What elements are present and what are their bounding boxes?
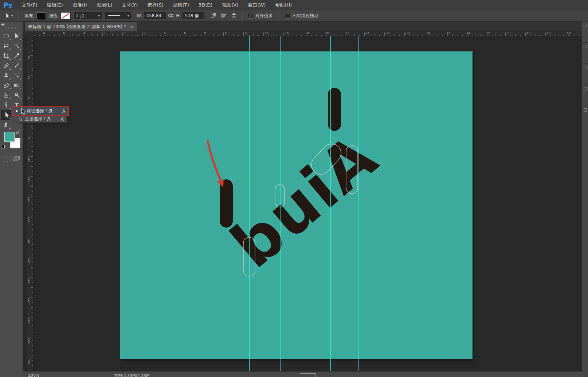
flyout-corner-icon <box>9 88 11 89</box>
quick-mask-button[interactable] <box>3 156 11 162</box>
collapsed-panel-button[interactable] <box>582 43 588 64</box>
align-edges-checkbox[interactable]: ✓ <box>248 13 253 19</box>
flyout-corner-icon <box>9 68 11 70</box>
path-alignment-button[interactable] <box>220 12 228 20</box>
close-tab-icon[interactable]: × <box>130 24 134 30</box>
panel-grip[interactable] <box>5 27 17 29</box>
path-selection-tool[interactable] <box>1 110 11 120</box>
path-selection-icon <box>4 12 10 19</box>
mouse-cursor <box>21 108 26 115</box>
dodge-tool[interactable] <box>11 90 22 100</box>
ruler-corner[interactable] <box>23 31 34 36</box>
menu-item[interactable]: 编辑(E) <box>42 0 68 10</box>
separator <box>279 12 280 20</box>
clone-stamp-tool[interactable] <box>1 70 11 80</box>
stroke-style-dropdown[interactable]: ▾ <box>105 12 131 19</box>
collapsed-panel-button[interactable] <box>582 85 588 106</box>
flyout-item-direct-selection[interactable]: 直接选择工具 A <box>17 116 67 123</box>
flyout-corner-icon <box>9 58 11 60</box>
default-colors-icon[interactable] <box>1 145 6 149</box>
pen-tool[interactable] <box>1 100 11 110</box>
horizontal-ruler[interactable]: 8642024681012141618202224262830323436384… <box>34 31 582 36</box>
height-input[interactable]: 538 像 <box>183 12 204 19</box>
tab-bar: 未标题-1 @ 100% (圆角矩形 2 副本 3, RGB/8) * × <box>23 22 582 31</box>
fill-label: 填充: <box>24 13 35 19</box>
stroke-label: 描边: <box>49 13 59 19</box>
flyout-corner-icon <box>9 48 11 50</box>
canvas-viewport[interactable]: buiA <box>34 36 582 371</box>
document-tab[interactable]: 未标题-1 @ 100% (圆角矩形 2 副本 3, RGB/8) * × <box>24 22 137 31</box>
stroke-width-dropdown[interactable]: 3 点 ▾ <box>74 12 102 19</box>
constrain-path-drag-label: 约束路径拖动 <box>292 13 318 19</box>
hand-tool[interactable] <box>1 120 11 129</box>
menu-item[interactable]: 图层(L) <box>92 0 117 10</box>
vertical-guide[interactable] <box>218 36 218 371</box>
menu-item[interactable]: 文件(F) <box>17 0 42 10</box>
document-size-info: 文档:2.33M/2.33M <box>114 373 149 377</box>
link-dimensions-icon[interactable] <box>167 12 175 20</box>
flyout-corner-icon <box>9 117 11 119</box>
color-swatches: ⇄ <box>0 131 23 153</box>
stroke-width-value: 3 点 <box>76 13 84 19</box>
constrain-path-drag-checkbox[interactable] <box>285 13 290 19</box>
chevron-down-icon: ▾ <box>128 14 129 18</box>
gradient-tool[interactable] <box>11 80 22 90</box>
collapsed-panel-button[interactable] <box>582 64 588 85</box>
history-brush-tool[interactable] <box>11 70 22 80</box>
height-label: H: <box>176 13 181 18</box>
magic-wand-tool[interactable] <box>11 41 22 51</box>
foreground-color-swatch[interactable] <box>4 132 15 142</box>
stroke-swatch[interactable] <box>61 12 70 19</box>
menu-item[interactable]: 图像(I) <box>68 0 92 10</box>
path-arrangement-button[interactable] <box>230 12 238 20</box>
fill-swatch[interactable] <box>36 12 46 19</box>
tools-panel: ◀◀ T ⇄ <box>0 22 23 377</box>
flyout-corner-icon <box>20 48 21 50</box>
brush-tool[interactable] <box>11 61 22 70</box>
flyout-corner-icon <box>20 58 21 60</box>
path-operations-button[interactable] <box>209 12 217 20</box>
collapse-panel-button[interactable]: ◀◀ <box>0 22 13 26</box>
menu-item[interactable]: 视图(V) <box>217 0 243 10</box>
vertical-guide[interactable] <box>281 36 281 371</box>
vertical-guide[interactable] <box>249 36 250 371</box>
vertical-ruler[interactable]: 024681 01 21 41 61 82 02 22 42 62 83 0 <box>27 36 34 371</box>
lasso-tool[interactable] <box>1 41 11 51</box>
document-tab-title: 未标题-1 @ 100% (圆角矩形 2 副本 3, RGB/8) * <box>28 24 126 30</box>
menu-item[interactable]: 选择(S) <box>142 0 168 10</box>
active-tool-bullet <box>16 110 17 112</box>
tool-preset-picker[interactable]: ▾ <box>0 12 15 19</box>
collapsed-panel-button[interactable] <box>582 106 588 127</box>
menu-item[interactable]: 帮助(H) <box>270 0 297 10</box>
flyout-corner-icon <box>20 39 21 40</box>
width-input[interactable]: 458.84 <box>144 12 166 19</box>
flyout-corner-icon <box>20 98 21 99</box>
vertical-guide[interactable] <box>330 36 331 371</box>
separator <box>242 12 243 20</box>
move-tool[interactable] <box>11 31 22 41</box>
eyedropper-tool[interactable] <box>11 51 22 61</box>
flyout-item-label: 路径选择工具 <box>27 108 53 114</box>
menu-item[interactable]: 窗口(W) <box>243 0 270 10</box>
menu-item[interactable]: 3D(D) <box>194 0 217 10</box>
menu-item[interactable]: 滤镜(T) <box>168 0 194 10</box>
healing-brush-tool[interactable] <box>1 61 11 70</box>
screen-mode-button[interactable] <box>12 156 20 162</box>
collapsed-panel-button[interactable] <box>582 22 588 43</box>
document-canvas[interactable]: buiA <box>120 51 473 359</box>
smudge-tool[interactable] <box>1 90 11 100</box>
collapsed-panel-dock[interactable] <box>582 22 588 377</box>
rectangular-marquee-tool[interactable] <box>1 31 11 41</box>
menu-item[interactable]: 文字(Y) <box>117 0 142 10</box>
solid-line-icon <box>107 15 121 17</box>
menu-bar: Ps 文件(F)编辑(E)图像(I)图层(L)文字(Y)选择(S)滤镜(T)3D… <box>0 0 588 10</box>
crop-tool[interactable] <box>1 51 11 61</box>
status-bar: 100% 文档:2.33M/2.33M <box>23 371 582 377</box>
vertical-guide[interactable] <box>358 36 358 371</box>
flyout-corner-icon <box>9 108 11 109</box>
width-label: W: <box>137 13 142 18</box>
separator <box>18 12 19 20</box>
eraser-tool[interactable] <box>1 80 11 90</box>
zoom-level-field[interactable]: 100% <box>28 373 39 377</box>
swap-colors-icon[interactable]: ⇄ <box>16 130 19 135</box>
